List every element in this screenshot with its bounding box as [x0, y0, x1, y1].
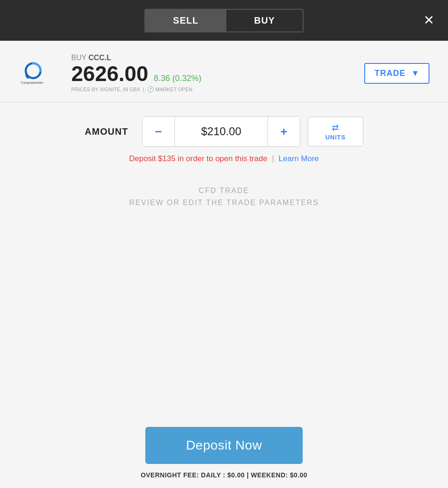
daily-value: $0.00	[227, 471, 245, 479]
price-meta: PRICES BY XIGNITE, IN GBX | 🕐 MARKET OPE…	[71, 86, 201, 93]
close-button[interactable]: ✕	[423, 14, 434, 27]
buy-prefix: BUY	[71, 54, 87, 62]
warning-separator: |	[272, 154, 274, 163]
daily-label: DAILY :	[201, 471, 225, 479]
weekend-value: $0.00	[290, 471, 308, 479]
units-label: UNITS	[325, 134, 346, 141]
header: SELL BUY ✕	[0, 0, 448, 41]
main-content: Computacenter BUY CCC.L 2626.00 8.36 (0.…	[0, 41, 448, 488]
deposit-warning: Deposit $135 in order to open this trade…	[129, 154, 319, 163]
buy-label: BUY CCC.L	[71, 54, 201, 62]
amount-label: AMOUNT	[85, 126, 128, 137]
decrease-amount-button[interactable]: −	[143, 117, 175, 146]
learn-more-link[interactable]: Learn More	[279, 154, 319, 163]
stock-info-section: Computacenter BUY CCC.L 2626.00 8.36 (0.…	[0, 41, 448, 102]
trade-dropdown-label: TRADE	[374, 69, 405, 78]
trade-dropdown[interactable]: TRADE ▼	[364, 63, 429, 84]
meta-separator: |	[143, 87, 144, 92]
stock-left: Computacenter BUY CCC.L 2626.00 8.36 (0.…	[19, 54, 201, 93]
dropdown-arrow-icon: ▼	[411, 69, 419, 78]
price-change: 8.36 (0.32%)	[154, 74, 201, 83]
increase-amount-button[interactable]: +	[268, 117, 300, 146]
overnight-fee-label: OVERNIGHT FEE:	[141, 471, 201, 479]
buy-tab[interactable]: BUY	[226, 10, 303, 31]
deposit-now-button[interactable]: Deposit Now	[145, 427, 303, 464]
sell-tab[interactable]: SELL	[145, 10, 226, 31]
price-source: PRICES BY XIGNITE, IN GBX	[71, 87, 140, 92]
company-logo: Computacenter	[19, 57, 60, 89]
amount-input[interactable]	[175, 117, 268, 146]
amount-section: AMOUNT − + ⇄ UNITS Deposit $135 in order…	[0, 102, 448, 173]
price-row: 2626.00 8.36 (0.32%)	[71, 63, 201, 84]
weekend-label: WEEKEND:	[251, 471, 288, 479]
units-icon: ⇄	[332, 123, 339, 133]
overnight-fee: OVERNIGHT FEE: DAILY : $0.00 | WEEKEND: …	[141, 471, 307, 479]
cfd-subtitle: REVIEW OR EDIT THE TRADE PARAMETERS	[19, 199, 429, 207]
main-price: 2626.00	[71, 63, 148, 84]
cfd-section: CFD TRADE REVIEW OR EDIT THE TRADE PARAM…	[0, 173, 448, 221]
cfd-title: CFD TRADE	[19, 187, 429, 195]
svg-text:Computacenter: Computacenter	[21, 81, 44, 85]
logo-svg: Computacenter	[21, 59, 58, 87]
ticker-symbol: CCC.L	[88, 54, 111, 62]
amount-control: − +	[142, 116, 300, 147]
tab-group: SELL BUY	[144, 9, 304, 32]
stock-details: BUY CCC.L 2626.00 8.36 (0.32%) PRICES BY…	[71, 54, 201, 93]
deposit-section: Deposit Now OVERNIGHT FEE: DAILY : $0.00…	[0, 418, 448, 488]
units-toggle-button[interactable]: ⇄ UNITS	[308, 117, 363, 146]
amount-row: AMOUNT − + ⇄ UNITS	[19, 116, 429, 147]
spacer	[0, 221, 448, 418]
market-status: 🕐 MARKET OPEN	[147, 86, 193, 93]
deposit-warning-text: Deposit $135 in order to open this trade	[129, 154, 268, 163]
fee-separator: |	[247, 471, 249, 479]
